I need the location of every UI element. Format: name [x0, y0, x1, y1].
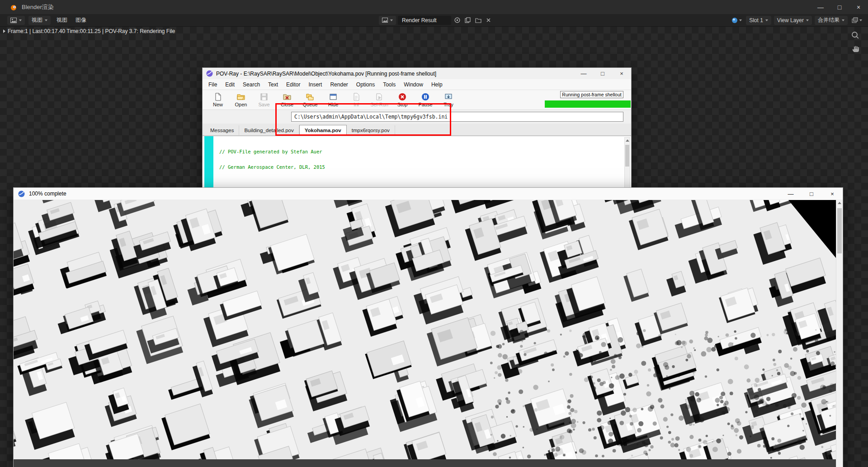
hand-icon[interactable] — [851, 44, 860, 53]
tab-building-detailed[interactable]: Building_detailed.pov — [239, 125, 299, 135]
blender-titlebar: Blender渲染 — □ × — [0, 0, 868, 14]
hide-window-icon — [329, 92, 338, 101]
chevron-down-icon — [390, 19, 393, 21]
blender-window-controls: — □ × — [811, 0, 868, 14]
sel-run-icon — [375, 92, 384, 101]
povray-toolbar: New Open Save Close Queue Hide — [203, 90, 631, 110]
blender-minimize-button[interactable]: — — [811, 0, 830, 14]
povray-minimize-button[interactable]: — — [574, 68, 593, 79]
menu-insert[interactable]: Insert — [304, 81, 326, 88]
shellout-status-label: Running post-frame shellout — [560, 91, 623, 98]
povray-render-icon — [18, 191, 25, 197]
code-line: // German Aerospace Center, DLR, 2015 — [219, 165, 631, 170]
menu-file[interactable]: File — [204, 81, 221, 88]
close-button[interactable]: Close — [276, 91, 298, 110]
image-name-field[interactable]: Render Result — [398, 16, 451, 25]
scroll-up-icon[interactable] — [838, 202, 841, 204]
menu-options[interactable]: Options — [352, 81, 379, 88]
sphere-icon — [731, 17, 738, 24]
render-minimize-button[interactable]: — — [780, 188, 801, 200]
blender-window-title: Blender渲染 — [22, 3, 54, 11]
render-close-button[interactable]: × — [822, 188, 843, 200]
open-folder-icon — [236, 92, 245, 101]
queue-button[interactable]: Queue — [299, 91, 321, 110]
blender-logo-icon — [10, 4, 17, 11]
new-button[interactable]: New — [207, 91, 229, 110]
new-file-icon — [213, 92, 222, 101]
chevron-down-icon — [806, 19, 809, 21]
rendered-city-image — [14, 200, 836, 459]
render-vertical-scrollbar[interactable] — [836, 200, 843, 467]
menu-edit[interactable]: Edit — [221, 81, 239, 88]
ini-file-icon — [352, 92, 361, 101]
zoom-icon[interactable] — [851, 31, 860, 40]
render-maximize-button[interactable]: □ — [801, 188, 822, 200]
menu-text[interactable]: Text — [264, 81, 282, 88]
menu-render[interactable]: Render — [326, 81, 352, 88]
scroll-up-icon[interactable] — [626, 139, 629, 142]
queue-icon — [306, 92, 315, 101]
image-editor-icon — [10, 18, 17, 23]
menu-help[interactable]: Help — [427, 81, 447, 88]
sphere-icon-dropdown[interactable] — [730, 16, 743, 25]
render-progress-fill — [545, 100, 631, 108]
shield-icon[interactable] — [453, 16, 462, 25]
povray-window-controls: — □ × — [574, 68, 631, 79]
save-button: Save — [253, 91, 275, 110]
povray-maximize-button[interactable]: □ — [593, 68, 612, 79]
render-window-controls: — □ × — [780, 188, 843, 200]
editor-scrollbar-thumb[interactable] — [625, 145, 629, 167]
slot-label: Slot 1 — [749, 17, 763, 24]
open-image-button[interactable] — [474, 16, 483, 25]
blender-maximize-button[interactable]: □ — [830, 0, 849, 14]
chevron-down-icon — [19, 19, 22, 21]
open-button[interactable]: Open — [230, 91, 252, 110]
render-window: 100% complete — □ × — [13, 187, 843, 467]
chevron-down-icon — [765, 19, 768, 21]
view-layer-dropdown[interactable]: View Layer — [774, 16, 812, 25]
view-mode-label: 视图 — [32, 16, 42, 24]
browse-image-dropdown[interactable] — [379, 16, 396, 25]
tab-yokohama[interactable]: Yokohama.pov — [299, 125, 347, 135]
povray-menubar: File Edit Search Text Editor Insert Rend… — [203, 79, 631, 90]
save-disk-icon — [259, 92, 269, 101]
menu-window[interactable]: Window — [400, 81, 427, 88]
render-scrollbar-thumb[interactable] — [837, 208, 842, 253]
render-progress-bar — [545, 100, 631, 108]
stop-button[interactable]: Stop — [391, 91, 414, 110]
menu-view[interactable]: 视图 — [54, 16, 70, 24]
render-pass-dropdown[interactable]: 合并结果 — [815, 16, 848, 25]
desktop: Blender渲染 — □ × 视图 视图 图像 Render Resul — [0, 0, 868, 467]
tray-button[interactable]: Tray — [437, 91, 460, 110]
hide-button[interactable]: Hide — [322, 91, 344, 110]
povray-app-icon — [206, 70, 213, 77]
chevron-down-icon — [859, 19, 862, 21]
povray-titlebar: POV-Ray - E:\RaySAR\RaySAR\Model\Object\… — [203, 68, 631, 79]
slot-dropdown[interactable]: Slot 1 — [746, 16, 771, 25]
ini-path-field[interactable]: C:\Users\admin\AppData\Local\Temp\tmpy6g… — [291, 112, 623, 122]
collapse-arrow-icon[interactable] — [3, 29, 5, 33]
pause-button[interactable]: Pause — [414, 91, 437, 110]
render-window-content — [14, 200, 843, 467]
povray-close-button[interactable]: × — [612, 68, 631, 79]
view-mode-dropdown[interactable]: 视图 — [28, 16, 51, 25]
chevron-down-icon — [842, 19, 844, 21]
code-line — [219, 180, 631, 185]
layers-icon — [852, 17, 858, 23]
menu-image[interactable]: 图像 — [73, 16, 89, 24]
tray-icon — [444, 92, 453, 101]
editor-type-dropdown[interactable] — [7, 16, 25, 25]
tab-tmpx6rqorsy[interactable]: tmpx6rqorsy.pov — [347, 125, 395, 135]
code-line: // POV-File generated by Stefan Auer — [219, 149, 631, 154]
blender-close-button[interactable]: × — [849, 0, 868, 14]
menu-editor[interactable]: Editor — [282, 81, 304, 88]
new-image-button[interactable] — [463, 16, 472, 25]
menu-search[interactable]: Search — [239, 81, 264, 88]
unlink-image-button[interactable] — [485, 16, 492, 25]
render-window-titlebar: 100% complete — □ × — [14, 188, 843, 200]
tab-messages[interactable]: Messages — [205, 125, 239, 135]
menu-tools[interactable]: Tools — [379, 81, 400, 88]
close-folder-icon — [283, 92, 292, 101]
display-channels-dropdown[interactable] — [850, 16, 863, 25]
ini-button: Ini — [345, 91, 368, 110]
